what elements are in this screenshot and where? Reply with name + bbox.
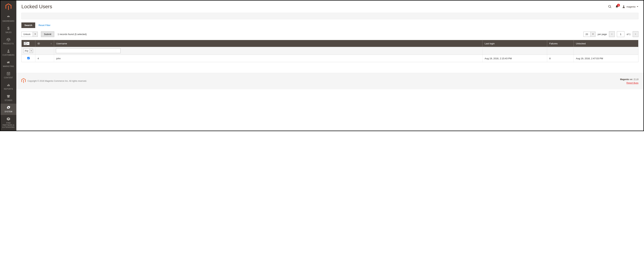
submit-button[interactable]: Submit [41,32,54,37]
chevron-down-icon[interactable] [30,49,33,53]
search-icon[interactable] [608,5,612,8]
filter-checkbox-select[interactable]: Any [23,49,34,53]
svg-point-8 [608,6,611,8]
page-title: Locked Users [22,4,52,10]
cell-last-login: Aug 19, 2016, 2:15:43 PM [482,55,547,62]
store-icon [6,94,10,98]
megaphone-icon [6,60,10,64]
locked-users-table: ID↑ Username Last login Failures Unlocke… [22,40,638,62]
reset-filter-link[interactable]: Reset Filter [38,24,50,26]
user-label: magento [626,6,636,8]
svg-point-0 [8,50,9,51]
dashboard-icon [6,15,10,19]
per-page-label: per page [598,33,607,36]
footer: Copyright © 2016 Magento Commerce Inc. A… [16,73,644,89]
records-found-text: 1 records found (1 selected) [58,33,86,36]
chevron-down-icon[interactable] [33,32,38,37]
column-id[interactable]: ID↑ [36,40,54,47]
magento-logo[interactable] [0,0,16,13]
page-input[interactable] [617,31,624,37]
bar-chart-icon [7,83,10,87]
per-page-select[interactable]: 20 [584,32,596,37]
row-checkbox[interactable] [27,57,30,59]
copyright-text: Copyright © 2016 Magento Commerce Inc. A… [28,80,87,82]
cell-unlocked: Aug 19, 2016, 2:47:03 PM [574,55,638,62]
sidebar-item-customers[interactable]: CUSTOMERS [0,47,16,58]
next-page-button[interactable] [633,31,638,37]
chevron-down-icon[interactable] [591,32,596,37]
page-total-label: of 1 [626,33,630,36]
sidebar-item-marketing[interactable]: MARKETING [0,58,16,70]
layout-icon [7,72,10,76]
sidebar-item-dashboard[interactable]: DASHBOARD [0,13,16,24]
svg-rect-5 [8,84,8,86]
sidebar-item-stores[interactable]: STORES [0,92,16,104]
person-icon [7,49,10,53]
cell-failures: 8 [547,55,574,62]
user-icon [622,5,625,8]
notification-badge: 1 [617,4,620,7]
message-bar [22,13,638,19]
column-last-login[interactable]: Last login [482,40,547,47]
user-menu[interactable]: magento [622,5,638,8]
column-failures[interactable]: Failures [547,40,574,47]
sidebar: DASHBOARD $ SALES PRODUCTS CUSTOMERS MAR… [0,0,16,130]
notifications-button[interactable]: 1 [615,5,618,8]
puzzle-icon [6,117,10,121]
svg-point-7 [8,107,9,108]
sidebar-item-partners[interactable]: FIND PARTNERS & EXTENSIONS [0,115,16,130]
column-unlocked[interactable]: Unlocked [574,40,638,47]
mass-action-select[interactable]: Unlock [22,32,38,37]
svg-rect-4 [7,85,8,86]
svg-line-9 [610,7,611,8]
dollar-icon: $ [7,26,10,30]
svg-rect-6 [9,84,10,86]
column-checkbox[interactable] [22,40,36,47]
chevron-down-icon [637,6,638,8]
sidebar-item-sales[interactable]: $ SALES [0,24,16,36]
prev-page-button[interactable] [609,31,615,37]
sidebar-item-reports[interactable]: REPORTS [0,81,16,92]
sidebar-item-products[interactable]: PRODUCTS [0,36,16,47]
search-button[interactable]: Search [22,22,35,28]
sidebar-item-system[interactable]: SYSTEM [0,104,16,115]
filter-username-input[interactable] [56,48,120,53]
box-icon [6,38,10,42]
svg-point-10 [623,6,624,7]
cell-id: 4 [36,55,54,62]
column-username[interactable]: Username [54,40,482,47]
table-row[interactable]: 4 john Aug 19, 2016, 2:15:43 PM 8 Aug 19… [22,55,638,62]
filter-row: Any [22,47,638,55]
sidebar-item-content[interactable]: CONTENT [0,70,16,81]
cell-username: john [54,55,482,62]
version-text: Magento ver. 2.1.0 [620,78,638,81]
magento-logo-small [22,78,26,84]
gear-icon [7,106,10,110]
report-bugs-link[interactable]: Report Bugs [620,82,638,84]
